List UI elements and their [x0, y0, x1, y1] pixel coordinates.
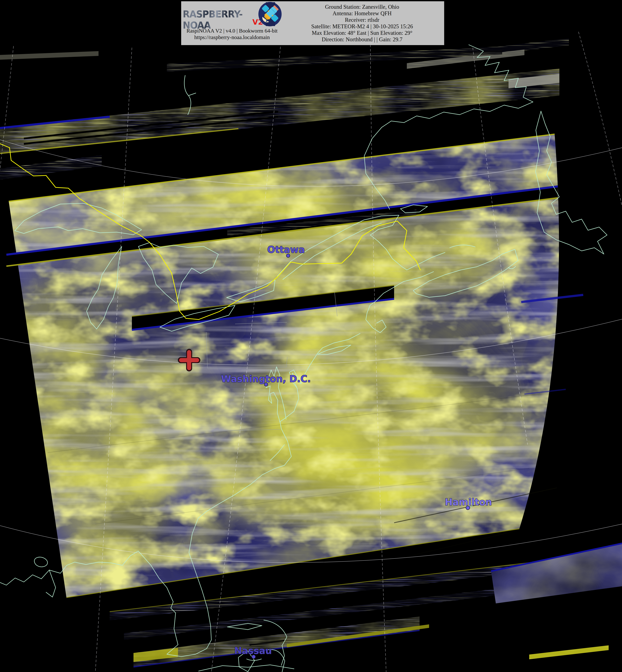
city-dot-washington-dc [264, 383, 268, 386]
satellite-capture-page: Ottawa Washington, D.C. Hamilton Nassau … [0, 0, 622, 672]
header-bar: RASPBERRY-NOAA V2 [181, 1, 444, 45]
station-url: https://raspberry-noaa.localdomain [194, 34, 270, 41]
satellite-image-scene: Ottawa Washington, D.C. Hamilton Nassau [0, 0, 622, 672]
info-elevation: Max Elevation: 48° East | Sun Elevation:… [312, 30, 412, 36]
header-left-column: RASPBERRY-NOAA V2 [181, 1, 283, 45]
info-receiver: Receiver: rtlsdr [345, 17, 379, 23]
header-info-column: Ground Station: Zanesville, Ohio Antenna… [283, 1, 444, 45]
info-satellite-pass: Satellite: METEOR-M2 4 | 30-10-2025 15:2… [311, 23, 413, 30]
info-ground-station: Ground Station: Zanesville, Ohio [325, 4, 399, 10]
city-dot-nassau [252, 655, 255, 659]
logo-title-text: RASPBERRY-NOAA [183, 8, 261, 31]
satellite-badge-icon [258, 2, 282, 27]
city-dot-hamilton [466, 506, 470, 510]
info-antenna: Antenna: Homebrew QFH [333, 10, 391, 17]
city-label-nassau: Nassau [234, 645, 272, 656]
city-label-ottawa: Ottawa [267, 244, 305, 255]
raspberry-noaa-logo: RASPBERRY-NOAA V2 [183, 2, 281, 28]
info-direction-gain: Direction: Northbound | | Gain: 29.7 [322, 36, 403, 43]
city-dot-ottawa [286, 254, 290, 257]
